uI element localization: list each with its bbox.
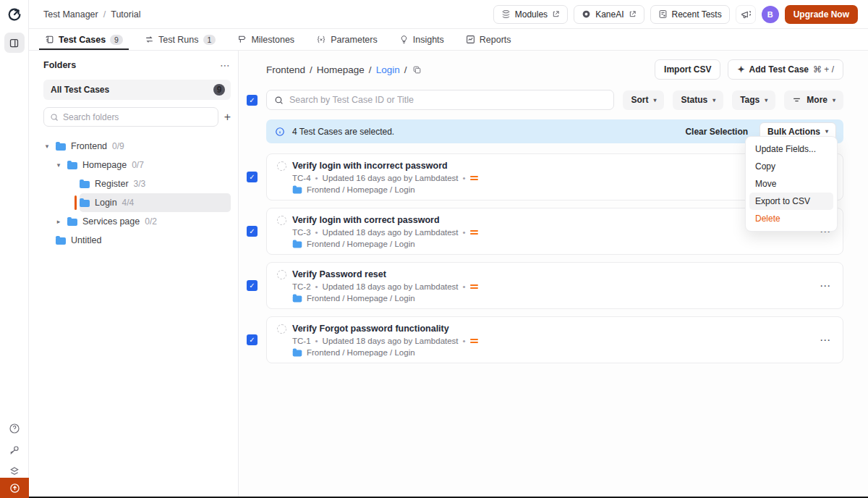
status-circle-icon xyxy=(277,270,286,279)
folder-icon xyxy=(67,161,77,169)
priority-medium-icon xyxy=(470,284,478,289)
card-menu-button[interactable]: ⋯ xyxy=(820,279,831,292)
tab-test-cases[interactable]: Test Cases 9 xyxy=(43,29,124,50)
clear-selection-button[interactable]: Clear Selection xyxy=(685,127,748,137)
folder-icon xyxy=(293,240,302,248)
selected-indicator xyxy=(75,195,77,210)
tab-parameters[interactable]: Parameters xyxy=(315,29,379,50)
upgrade-rail-button[interactable] xyxy=(0,478,29,498)
test-case-card[interactable]: Verify Forgot password functionality TC-… xyxy=(266,316,843,363)
upgrade-now-button[interactable]: Upgrade Now xyxy=(785,5,858,24)
updated-meta: Updated 16 days ago by Lambdatest xyxy=(323,174,459,182)
tree-item-register[interactable]: Register 3/3 xyxy=(80,174,231,193)
test-runs-icon xyxy=(145,35,154,44)
caret-right-icon[interactable]: ▸ xyxy=(55,218,62,225)
tree-item-untitled[interactable]: Untitled xyxy=(56,231,231,250)
sidebar-toggle-button[interactable] xyxy=(4,33,25,53)
test-case-id: TC-3 xyxy=(292,228,311,237)
breadcrumb-separator: / xyxy=(103,9,106,20)
menu-item-move[interactable]: Move xyxy=(749,175,833,193)
test-case-id: TC-2 xyxy=(292,282,311,291)
kaneai-button[interactable]: KaneAI xyxy=(574,5,644,24)
help-icon[interactable] xyxy=(9,423,20,434)
lambdatest-logo-icon[interactable] xyxy=(7,7,22,25)
updated-meta: Updated 18 days ago by Lambdatest xyxy=(323,337,459,345)
tab-insights[interactable]: Insights xyxy=(398,29,446,50)
tree-item-frontend[interactable]: ▾ Frontend 0/9 xyxy=(43,137,231,156)
key-icon[interactable] xyxy=(9,444,20,456)
test-case-title[interactable]: Verify login with incorrect password xyxy=(292,161,448,171)
test-case-card[interactable]: Verify Password reset TC-2 • Updated 18 … xyxy=(266,262,843,309)
tree-item-services-page[interactable]: ▸ Services page 0/2 xyxy=(55,212,231,231)
row-checkbox[interactable] xyxy=(247,334,258,345)
modules-button[interactable]: Modules xyxy=(493,5,568,24)
integrations-icon[interactable] xyxy=(9,466,20,478)
breadcrumb-project[interactable]: Tutorial xyxy=(111,9,140,20)
add-test-case-button[interactable]: ✦ Add Test Case ⌘ + / xyxy=(728,59,843,80)
tree-item-login[interactable]: Login 4/4 xyxy=(80,193,231,212)
folders-sidebar: Folders ⋯ All Test Cases 9 + ▾ xyxy=(29,51,239,498)
bulk-actions-menu: Update Fields... Copy Move Export to CSV… xyxy=(745,136,838,232)
more-filters-button[interactable]: More ▾ xyxy=(784,90,843,110)
breadcrumb-frontend[interactable]: Frontend xyxy=(266,64,305,75)
tree-item-homepage[interactable]: ▾ Homepage 0/7 xyxy=(55,156,231,174)
priority-medium-icon xyxy=(470,230,478,235)
all-test-cases-item[interactable]: All Test Cases 9 xyxy=(43,80,231,100)
test-case-path: Frontend / Homepage / Login xyxy=(307,240,415,248)
all-test-cases-count: 9 xyxy=(213,84,225,96)
menu-item-copy[interactable]: Copy xyxy=(749,158,833,175)
status-filter-button[interactable]: Status ▾ xyxy=(673,90,723,110)
announcements-button[interactable] xyxy=(736,5,756,24)
caret-down-icon: ▾ xyxy=(825,128,828,135)
test-case-title[interactable]: Verify Forgot password functionality xyxy=(292,324,449,334)
row-checkbox[interactable] xyxy=(247,226,258,237)
caret-down-icon[interactable]: ▾ xyxy=(55,161,62,169)
copy-icon[interactable] xyxy=(412,65,422,75)
recent-tests-button[interactable]: Recent Tests xyxy=(650,5,730,24)
tab-milestones[interactable]: Milestones xyxy=(236,29,296,50)
main-content: Frontend / Homepage / Login / Import CSV… xyxy=(239,51,868,498)
breadcrumb-app[interactable]: Test Manager xyxy=(43,9,98,20)
filter-lines-icon xyxy=(792,96,801,105)
status-circle-icon xyxy=(277,216,286,225)
card-menu-button[interactable]: ⋯ xyxy=(820,334,831,347)
test-case-title[interactable]: Verify Password reset xyxy=(292,269,386,279)
status-circle-icon xyxy=(277,324,286,334)
modules-icon xyxy=(501,9,511,19)
folder-icon xyxy=(67,217,77,226)
row-checkbox[interactable] xyxy=(247,280,258,291)
row-checkbox[interactable] xyxy=(247,172,258,182)
sort-button[interactable]: Sort ▾ xyxy=(623,90,664,110)
breadcrumb-homepage[interactable]: Homepage xyxy=(317,64,365,75)
test-case-id: TC-4 xyxy=(292,174,311,182)
caret-down-icon[interactable]: ▾ xyxy=(43,143,51,150)
parameters-icon xyxy=(316,35,326,44)
breadcrumb-login[interactable]: Login xyxy=(376,64,400,75)
menu-item-export-to-csv[interactable]: Export to CSV xyxy=(749,193,833,210)
add-folder-button[interactable]: + xyxy=(224,111,231,123)
tab-reports[interactable]: Reports xyxy=(464,29,513,50)
test-case-title[interactable]: Verify login with correct password xyxy=(292,215,440,225)
user-avatar[interactable]: B xyxy=(762,6,779,23)
test-case-search xyxy=(266,90,614,110)
select-all-checkbox[interactable] xyxy=(247,95,258,106)
info-icon xyxy=(275,127,285,137)
sparkle-icon: ✦ xyxy=(737,64,744,75)
tab-test-runs[interactable]: Test Runs 1 xyxy=(143,29,217,50)
priority-medium-icon xyxy=(470,339,478,343)
test-case-row: Verify Password reset TC-2 • Updated 18 … xyxy=(247,262,843,309)
tags-filter-button[interactable]: Tags ▾ xyxy=(732,90,775,110)
left-icon-rail xyxy=(0,0,29,498)
folders-menu-button[interactable]: ⋯ xyxy=(220,59,231,71)
priority-medium-icon xyxy=(470,176,478,180)
import-csv-button[interactable]: Import CSV xyxy=(655,59,720,80)
test-case-row: Verify Forgot password functionality TC-… xyxy=(247,316,843,363)
menu-item-delete[interactable]: Delete xyxy=(749,210,833,227)
folder-search-input[interactable] xyxy=(63,112,212,122)
folder-icon xyxy=(56,236,66,245)
reports-icon xyxy=(466,35,475,44)
test-case-search-input[interactable] xyxy=(289,95,606,105)
menu-item-update-fields[interactable]: Update Fields... xyxy=(749,140,833,158)
caret-down-icon: ▾ xyxy=(765,97,767,104)
search-icon xyxy=(50,113,59,122)
